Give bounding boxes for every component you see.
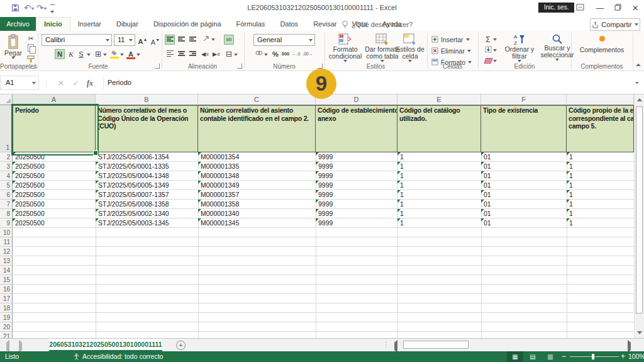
share-button[interactable]: Compartir [590,18,640,31]
row-header-19[interactable]: 19 [0,313,13,322]
header-cell-B1[interactable]: Número correlativo del mes o Código Únic… [96,105,198,152]
cell-A9[interactable]: 20250500 [13,218,96,228]
row-header-8[interactable]: 8 [0,209,13,218]
column-header-A[interactable]: A [13,94,96,105]
autosum-options-icon[interactable] [493,38,497,41]
tab-revisar[interactable]: Revisar [306,17,344,31]
column-header-C[interactable]: C [198,94,316,105]
cell-D9[interactable]: 9999 [316,218,397,228]
orientation-icon[interactable] [201,35,211,45]
comma-style-icon[interactable]: 000 [280,49,291,59]
cell-G7[interactable]: 1 [567,200,634,209]
column-header-E[interactable]: E [397,94,481,105]
tab-archivo[interactable]: Archivo [0,17,36,31]
fill-color-icon[interactable] [109,48,119,59]
underline-options-icon[interactable] [87,54,91,56]
collapse-ribbon-icon[interactable] [636,64,641,66]
row-header-10[interactable]: 10 [0,228,13,237]
cell-B9[interactable]: STJ/2025/05/0003-1345 [96,218,198,228]
column-header-G[interactable] [567,94,634,105]
cell-B6[interactable]: STJ/2025/05/0007-1357 [96,190,198,200]
cell-E5[interactable]: 1 [397,181,481,190]
cell-G2[interactable]: 1 [567,152,634,162]
tab-disposicion-de-pagina[interactable]: Disposición de página [146,17,229,31]
tab-formulas[interactable]: Fórmulas [229,17,273,31]
align-middle-icon[interactable] [176,35,186,45]
font-size-combobox[interactable]: 11 [114,34,135,46]
align-bottom-icon[interactable] [187,35,197,45]
cell-F3[interactable]: 01 [481,162,567,171]
row-header-1[interactable]: 1 [0,105,13,152]
accounting-options-icon[interactable] [264,54,268,56]
name-box[interactable]: A1 [0,76,39,90]
italic-button[interactable]: K [66,49,76,59]
underline-button[interactable]: S [76,49,86,59]
tab-datos[interactable]: Datos [272,17,306,31]
borders-options-icon[interactable] [103,54,107,56]
page-break-view-icon[interactable]: ▥ [542,351,558,362]
header-cell-D1[interactable]: Código de establecimiento anexo [316,105,397,152]
column-header-B[interactable]: B [96,94,198,105]
cell-D8[interactable]: 9999 [316,209,397,218]
cell-C9[interactable]: M000001345 [198,218,316,228]
fill-options-icon[interactable] [493,49,497,52]
merge-options-icon[interactable] [234,54,238,56]
row-header-15[interactable]: 15 [0,275,13,285]
vertical-scroll-thumb[interactable] [636,106,643,314]
insert-cells-button[interactable]: Insertar [431,35,470,44]
align-left-icon[interactable] [165,49,175,59]
clipboard-dialog-launcher-icon[interactable] [30,64,35,69]
row-header-6[interactable]: 6 [0,190,13,200]
cell-D5[interactable]: 9999 [316,181,397,190]
alignment-dialog-launcher-icon[interactable] [237,64,242,69]
zoom-in-icon[interactable]: + [621,352,625,361]
cell-F7[interactable]: 01 [481,200,567,209]
cell-F6[interactable]: 01 [481,190,567,200]
row-header-7[interactable]: 7 [0,200,13,209]
tell-me-search[interactable]: ¿Qué desea hacer? [341,19,413,30]
ribbon-display-options-icon[interactable] [571,0,589,17]
row-header-4[interactable]: 4 [0,171,13,181]
row-header-18[interactable]: 18 [0,303,13,313]
formula-input[interactable]: Periodo [103,76,636,90]
fill-handle[interactable] [93,150,98,156]
cell-A2[interactable]: 20250500 [13,152,96,162]
scroll-down-icon[interactable] [635,327,644,338]
font-color-icon[interactable]: A [126,49,136,59]
expand-formula-bar-icon[interactable] [635,82,639,84]
paste-button[interactable]: Pegar [3,33,24,59]
number-format-combobox[interactable]: General [253,34,315,46]
conditional-formatting-button[interactable]: Formato condicional [328,33,363,62]
cell-C7[interactable]: M000001358 [198,200,316,209]
cell-C4[interactable]: M000001348 [198,171,316,181]
cell-D6[interactable]: 9999 [316,190,397,200]
row-header-21[interactable]: 21 [0,332,13,338]
percent-style-icon[interactable]: % [270,49,280,59]
font-color-options-icon[interactable] [136,54,140,56]
scroll-left-icon[interactable] [394,342,397,350]
cell-A6[interactable]: 20250500 [13,190,96,200]
scroll-right-icon[interactable] [628,342,631,350]
cell-G4[interactable]: 1 [567,171,634,181]
cell-F5[interactable]: 01 [481,181,567,190]
copy-icon[interactable] [26,44,36,54]
column-header-F[interactable]: F [481,94,567,105]
cell-E8[interactable]: 1 [397,209,481,218]
row-header-17[interactable]: 17 [0,294,13,303]
cell-E4[interactable]: 1 [397,171,481,181]
increase-indent-icon[interactable]: ▶≡ [211,49,221,59]
row-header-20[interactable]: 20 [0,322,13,332]
cell-B4[interactable]: STJ/2025/05/0004-1348 [96,171,198,181]
sheet-tab-active[interactable]: 2060531032120250500130100001111 [49,339,162,351]
header-cell-C1[interactable]: Número correlativo del asiento contable … [198,105,316,152]
cell-C3[interactable]: M000001335 [198,162,316,171]
wrap-text-icon[interactable]: ab [224,35,234,45]
cell-C8[interactable]: M000001340 [198,209,316,218]
row-header-13[interactable]: 13 [0,256,13,266]
cell-A5[interactable]: 20250500 [13,181,96,190]
cell-A7[interactable]: 20250500 [13,200,96,209]
sign-in-button[interactable]: Inic. ses. [538,3,574,13]
cell-G9[interactable]: 1 [567,218,634,228]
orientation-options-icon[interactable] [211,38,215,41]
align-top-icon[interactable] [165,35,175,45]
